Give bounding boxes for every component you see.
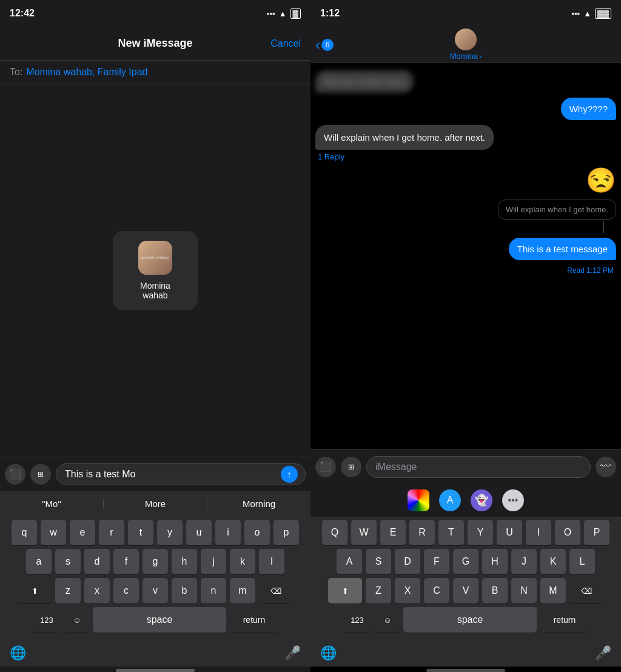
globe-icon-left[interactable]: 🌐 <box>10 645 26 661</box>
right-key-Y[interactable]: Y <box>468 520 493 545</box>
right-key-R[interactable]: R <box>409 520 435 545</box>
right-return-key[interactable]: return <box>540 607 589 633</box>
contact-header[interactable]: Momina › <box>450 29 482 61</box>
reply-context-bubble: Will explain when I get home. <box>498 200 616 220</box>
microphone-icon-left[interactable]: 🎤 <box>284 645 301 661</box>
right-key-M[interactable]: M <box>540 578 566 603</box>
right-key-L[interactable]: L <box>569 549 595 574</box>
right-shift-key[interactable]: ⬆ <box>328 578 362 603</box>
autocomplete-item-morning[interactable]: Morning <box>207 499 310 509</box>
key-a[interactable]: a <box>26 549 52 574</box>
key-u[interactable]: u <box>186 520 212 545</box>
delete-key[interactable]: ⌫ <box>259 578 293 603</box>
right-key-E[interactable]: E <box>380 520 406 545</box>
right-key-I[interactable]: I <box>526 520 551 545</box>
right-key-W[interactable]: W <box>351 520 377 545</box>
message-input-container[interactable]: This is a test Mo ↑ <box>56 463 306 485</box>
reply-link[interactable]: 1 Reply <box>315 152 494 161</box>
right-emoji-key[interactable]: ☺ <box>375 607 400 633</box>
send-button[interactable]: ↑ <box>281 466 298 483</box>
globe-icon-right[interactable]: 🌐 <box>320 645 337 661</box>
key-s[interactable]: s <box>55 549 81 574</box>
right-key-V[interactable]: V <box>453 578 478 603</box>
key-y[interactable]: y <box>157 520 183 545</box>
right-key-N[interactable]: N <box>511 578 537 603</box>
key-w[interactable]: w <box>41 520 66 545</box>
key-j[interactable]: j <box>201 549 226 574</box>
return-key[interactable]: return <box>230 607 278 633</box>
key-r[interactable]: r <box>99 520 124 545</box>
emoji-key[interactable]: ☺ <box>65 607 89 633</box>
right-key-B[interactable]: B <box>482 578 508 603</box>
right-message-input-container[interactable]: iMessage <box>366 456 591 478</box>
right-input-bar: ⬛ ⊞ iMessage 〰 <box>310 449 621 483</box>
key-b[interactable]: b <box>172 578 197 603</box>
right-signal-icon: ▪▪▪ <box>571 9 580 18</box>
microphone-icon-right[interactable]: 🎤 <box>595 645 611 661</box>
ghost-app-icon[interactable]: 👻 <box>471 489 492 511</box>
right-key-O[interactable]: O <box>555 520 580 545</box>
right-key-J[interactable]: J <box>511 549 537 574</box>
key-e[interactable]: e <box>70 520 95 545</box>
key-m[interactable]: m <box>230 578 255 603</box>
key-l[interactable]: l <box>259 549 284 574</box>
key-g[interactable]: g <box>143 549 168 574</box>
right-key-A[interactable]: A <box>337 549 362 574</box>
numbers-key[interactable]: 123 <box>32 607 61 633</box>
key-n[interactable]: n <box>201 578 226 603</box>
photos-app-icon[interactable] <box>408 489 429 511</box>
contact-suggestion-bubble[interactable]: Momina wahab <box>113 231 198 310</box>
right-key-Z[interactable]: Z <box>366 578 391 603</box>
autocomplete-item-more[interactable]: More <box>104 499 207 509</box>
signal-icon: ▪▪▪ <box>267 9 275 18</box>
more-apps-icon[interactable]: ••• <box>502 489 524 511</box>
to-field[interactable]: To: Momina wahab, Family Ipad <box>0 61 310 84</box>
autocomplete-item-mo[interactable]: "Mo" <box>0 499 104 509</box>
right-key-U[interactable]: U <box>497 520 522 545</box>
key-p[interactable]: p <box>274 520 299 545</box>
right-key-G[interactable]: G <box>453 549 478 574</box>
right-keyboard: Q W E R T Y U I O P A S D F G H J K L ⬆ … <box>310 517 621 640</box>
right-key-F[interactable]: F <box>424 549 449 574</box>
camera-button[interactable]: ⬛ <box>5 464 25 485</box>
key-c[interactable]: c <box>113 578 139 603</box>
right-nav-header: ‹ 6 Momina › <box>310 27 621 63</box>
key-d[interactable]: d <box>84 549 110 574</box>
right-key-D[interactable]: D <box>395 549 420 574</box>
bubble-why-text: Why???? <box>569 104 608 114</box>
right-camera-button[interactable]: ⬛ <box>315 457 336 477</box>
audio-button[interactable]: 〰 <box>596 457 616 477</box>
right-key-X[interactable]: X <box>395 578 420 603</box>
right-key-S[interactable]: S <box>366 549 391 574</box>
shift-key[interactable]: ⬆ <box>18 578 52 603</box>
right-input-placeholder[interactable]: iMessage <box>375 462 417 472</box>
right-numbers-key[interactable]: 123 <box>343 607 372 633</box>
key-f[interactable]: f <box>113 549 139 574</box>
app-button[interactable]: ⊞ <box>30 464 51 485</box>
right-key-T[interactable]: T <box>438 520 464 545</box>
key-q[interactable]: q <box>12 520 37 545</box>
back-button[interactable]: ‹ 6 <box>315 36 334 53</box>
key-i[interactable]: i <box>215 520 241 545</box>
right-panel: 1:12 ▪▪▪ ▲ ▓▓ ‹ 6 Momina › blurred conte… <box>310 0 621 672</box>
key-h[interactable]: h <box>172 549 197 574</box>
right-key-C[interactable]: C <box>424 578 449 603</box>
left-panel: 12:42 ▪▪▪ ▲ ▓ New iMessage Cancel To: Mo… <box>0 0 310 672</box>
right-app-button[interactable]: ⊞ <box>341 457 361 477</box>
key-t[interactable]: t <box>128 520 153 545</box>
key-x[interactable]: x <box>84 578 110 603</box>
key-v[interactable]: v <box>143 578 168 603</box>
space-key[interactable]: space <box>93 607 226 633</box>
key-z[interactable]: z <box>55 578 81 603</box>
cancel-button[interactable]: Cancel <box>270 38 301 49</box>
right-space-key[interactable]: space <box>403 607 537 633</box>
message-input[interactable]: This is a test Mo <box>65 469 276 480</box>
appstore-app-icon[interactable]: A <box>439 489 461 511</box>
right-key-H[interactable]: H <box>482 549 508 574</box>
key-k[interactable]: k <box>230 549 255 574</box>
key-o[interactable]: o <box>244 520 270 545</box>
right-key-Q[interactable]: Q <box>322 520 347 545</box>
right-delete-key[interactable]: ⌫ <box>569 578 603 603</box>
right-key-K[interactable]: K <box>540 549 566 574</box>
right-key-P[interactable]: P <box>584 520 609 545</box>
